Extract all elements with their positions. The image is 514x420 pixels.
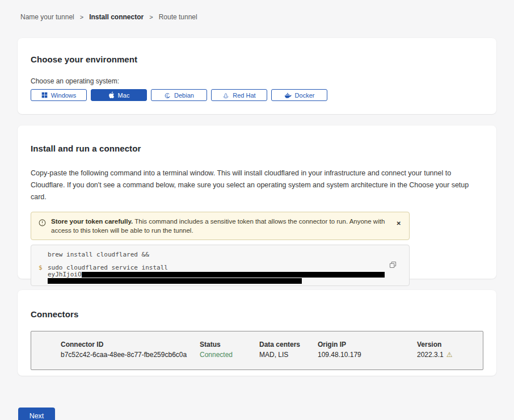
data-centers-value: MAD, LIS: [259, 351, 318, 359]
apple-icon: [108, 91, 115, 99]
os-button-label: Windows: [51, 92, 77, 99]
docker-icon: [284, 93, 292, 98]
status-badge: Connected: [200, 351, 259, 359]
token-prefix: eyJhIjoiO: [48, 271, 82, 278]
os-button-docker[interactable]: Docker: [271, 89, 327, 101]
token-warning-text: Store your token carefully. This command…: [46, 217, 393, 235]
next-button[interactable]: Next: [18, 408, 55, 420]
origin-ip-value: 109.48.10.179: [318, 351, 417, 359]
breadcrumb-separator: >: [80, 14, 83, 20]
redacted-token-bar: [48, 278, 302, 284]
install-command-code-block: brew install cloudflared && $ sudo cloud…: [31, 245, 410, 286]
os-button-label: Red Hat: [233, 92, 255, 99]
col-data-centers: Data centers: [259, 341, 318, 348]
warning-triangle-icon: ⚠: [446, 351, 453, 358]
connectors-card: Connectors Connector ID Status Data cent…: [18, 290, 496, 376]
install-description: Copy-paste the following command into a …: [31, 167, 483, 203]
connectors-table-header: Connector ID Status Data centers Origin …: [61, 339, 477, 350]
table-row: b7c52c42-6caa-48ee-8c77-fbe259cb6c0a Con…: [61, 351, 477, 359]
connectors-table: Connector ID Status Data centers Origin …: [31, 331, 483, 370]
redacted-token-bar: [82, 272, 385, 278]
col-connector-id: Connector ID: [61, 341, 200, 348]
col-status: Status: [200, 341, 259, 348]
environment-card: Choose your environment Choose an operat…: [18, 38, 496, 114]
shell-prompt: $: [39, 264, 48, 271]
code-line-brew: brew install cloudflared &&: [39, 251, 401, 258]
environment-card-title: Choose your environment: [31, 54, 483, 64]
breadcrumb-separator: >: [149, 14, 153, 20]
os-button-debian[interactable]: Debian: [151, 89, 207, 101]
col-version: Version: [417, 341, 477, 348]
install-card: Install and run a connector Copy-paste t…: [18, 125, 496, 279]
breadcrumb: Name your tunnel > Install connector > R…: [0, 0, 514, 21]
os-button-label: Docker: [295, 92, 315, 99]
connector-id-value: b7c52c42-6caa-48ee-8c77-fbe259cb6c0a: [61, 351, 200, 359]
redhat-icon: [222, 92, 229, 99]
os-button-label: Debian: [174, 92, 194, 99]
os-button-label: Mac: [118, 92, 130, 99]
col-origin-ip: Origin IP: [318, 341, 417, 348]
copy-icon[interactable]: [389, 261, 397, 270]
alert-circle-icon: [39, 219, 46, 229]
token-warning-title: Store your token carefully.: [51, 218, 133, 225]
breadcrumb-step-route-tunnel[interactable]: Route tunnel: [159, 13, 197, 21]
os-button-group: Windows Mac Debian Red Hat Docker: [31, 89, 483, 101]
os-button-mac[interactable]: Mac: [91, 89, 147, 101]
token-warning-banner: Store your token carefully. This command…: [31, 212, 410, 240]
windows-icon: [41, 92, 48, 98]
connectors-card-title: Connectors: [31, 309, 483, 319]
os-button-windows[interactable]: Windows: [31, 89, 87, 101]
breadcrumb-step-install-connector[interactable]: Install connector: [89, 13, 144, 21]
breadcrumb-step-name-tunnel[interactable]: Name your tunnel: [20, 13, 74, 21]
close-icon[interactable]: ✕: [393, 218, 405, 229]
os-select-label: Choose an operating system:: [31, 77, 483, 85]
version-value: 2022.3.1: [417, 351, 444, 359]
install-card-title: Install and run a connector: [31, 144, 483, 153]
debian-icon: [164, 92, 171, 99]
os-button-redhat[interactable]: Red Hat: [211, 89, 267, 101]
